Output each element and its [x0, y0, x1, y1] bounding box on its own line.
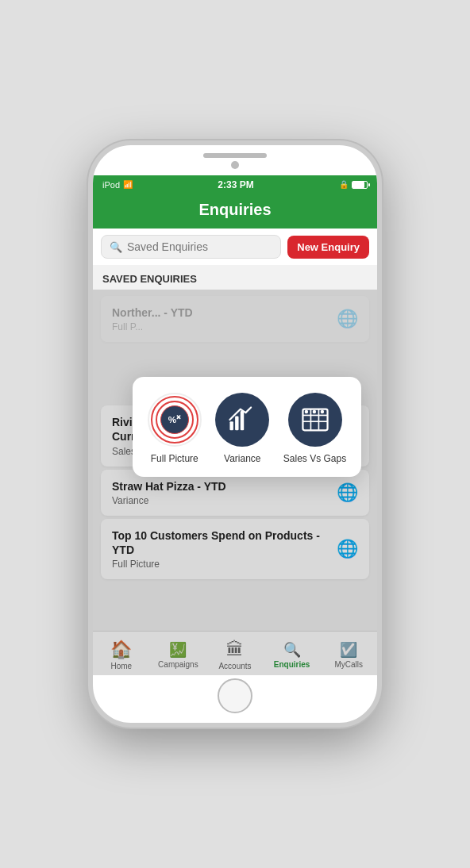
list-item[interactable]: Norther... - YTD Full P... 🌐 — [101, 296, 369, 342]
svg-point-11 — [304, 410, 307, 413]
list-item-subtitle: Variance — [112, 495, 330, 506]
nav-label-home: Home — [110, 662, 132, 670]
nav-label-accounts: Accounts — [218, 662, 251, 670]
svg-point-13 — [320, 410, 323, 413]
sales-vs-gaps-icon-circle — [288, 393, 342, 447]
sales-vs-gaps-chart-icon — [299, 404, 331, 436]
percent-arrow-icon: % — [167, 412, 183, 428]
svg-point-12 — [312, 410, 315, 413]
nav-item-mycalls[interactable]: ☑️ MyCalls — [320, 641, 377, 669]
svg-rect-3 — [230, 421, 233, 430]
list-item-title: Top 10 Customers Spend on Products - YTD — [112, 528, 330, 557]
nav-item-home[interactable]: 🏠 Home — [93, 639, 150, 670]
saved-section-label: SAVED ENQUIRIES — [93, 265, 377, 290]
search-area: 🔍 New Enquiry — [93, 229, 377, 265]
globe-icon: 🌐 — [337, 309, 358, 329]
svg-rect-5 — [241, 411, 244, 430]
popup-label-sales-vs-gaps: Sales Vs Gaps — [283, 453, 346, 464]
new-enquiry-button[interactable]: New Enquiry — [287, 236, 369, 259]
app-header: Enquiries — [93, 193, 377, 229]
globe-icon: 🌐 — [337, 539, 358, 559]
popup-label-full-picture: Full Picture — [151, 453, 198, 464]
popup-label-variance: Variance — [224, 453, 260, 464]
nav-label-enquiries: Enquiries — [274, 660, 310, 669]
popup-card: % Full Picture — [133, 377, 361, 477]
wifi-icon: 📶 — [123, 180, 133, 189]
header-title: Enquiries — [198, 201, 271, 218]
accounts-icon: 🏛 — [226, 639, 244, 660]
full-picture-icon: % — [148, 393, 202, 447]
search-input[interactable] — [127, 240, 272, 253]
svg-text:%: % — [168, 414, 176, 424]
list-item-title: Norther... - YTD — [112, 305, 330, 320]
home-button[interactable] — [218, 678, 252, 713]
svg-rect-4 — [235, 417, 238, 431]
status-bar: iPod 📶 2:33 PM 🔒 — [93, 175, 377, 193]
nav-item-accounts[interactable]: 🏛 Accounts — [206, 639, 264, 670]
search-icon: 🔍 — [110, 241, 122, 253]
campaigns-icon: 💹 — [169, 641, 187, 659]
list-item-title: Straw Hat Pizza - YTD — [112, 479, 330, 494]
variance-chart-icon — [226, 404, 258, 436]
nav-item-enquiries[interactable]: 🔍 Enquiries — [264, 641, 321, 669]
globe-icon: 🌐 — [337, 482, 358, 503]
mycalls-icon: ☑️ — [340, 641, 357, 659]
time-display: 2:33 PM — [218, 179, 253, 190]
lock-icon: 🔒 — [339, 180, 349, 189]
list-item-subtitle: Full Picture — [112, 559, 330, 570]
popup-item-variance[interactable]: Variance — [215, 393, 269, 464]
search-box[interactable]: 🔍 — [101, 235, 281, 259]
list-item[interactable]: Top 10 Customers Spend on Products - YTD… — [101, 519, 369, 579]
enquiries-icon: 🔍 — [283, 641, 301, 659]
list-item-subtitle: Full P... — [112, 321, 330, 332]
nav-label-mycalls: MyCalls — [334, 660, 363, 669]
variance-icon-circle — [215, 393, 269, 447]
nav-label-campaigns: Campaigns — [158, 660, 198, 669]
bottom-nav: 🏠 Home 💹 Campaigns 🏛 Accounts 🔍 Enquirie… — [93, 631, 377, 675]
battery-icon — [352, 181, 368, 189]
popup-item-full-picture[interactable]: % Full Picture — [148, 393, 202, 464]
nav-item-campaigns[interactable]: 💹 Campaigns — [150, 641, 207, 669]
home-icon: 🏠 — [110, 639, 132, 660]
popup-item-sales-vs-gaps[interactable]: Sales Vs Gaps — [283, 393, 346, 464]
device-label: iPod — [102, 180, 120, 190]
